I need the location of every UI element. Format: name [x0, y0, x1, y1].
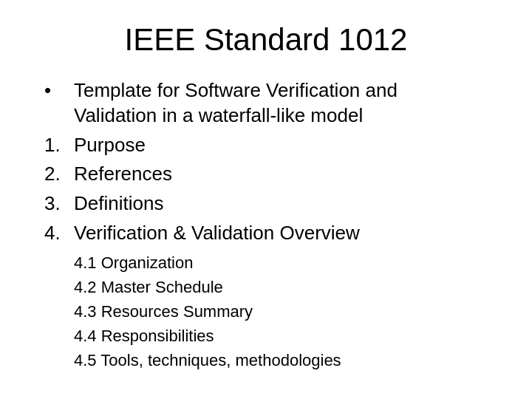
item-number: 1. [44, 133, 74, 158]
sub-item: 4.2 Master Schedule [74, 275, 488, 299]
item-label: Verification & Validation Overview [74, 221, 360, 246]
list-item: 3. Definitions [44, 191, 488, 216]
sub-item: 4.4 Responsibilities [74, 324, 488, 348]
list-item: 4. Verification & Validation Overview [44, 221, 488, 246]
item-number: 2. [44, 162, 74, 187]
bullet-marker: • [44, 78, 74, 103]
bullet-text: Template for Software Verification and V… [74, 78, 398, 129]
bullet-item: • Template for Software Verification and… [44, 78, 488, 129]
list-item: 2. References [44, 162, 488, 187]
list-item: 1. Purpose [44, 133, 488, 158]
sub-item: 4.3 Resources Summary [74, 299, 488, 324]
content-area: • Template for Software Verification and… [44, 78, 488, 372]
page-title: IEEE Standard 1012 [44, 22, 488, 58]
sub-items-list: 4.1 Organization 4.2 Master Schedule 4.3… [74, 250, 488, 372]
item-label: References [74, 162, 172, 187]
item-label: Purpose [74, 133, 146, 158]
item-label: Definitions [74, 191, 163, 216]
sub-item: 4.5 Tools, techniques, methodologies [74, 348, 488, 372]
sub-item: 4.1 Organization [74, 250, 488, 275]
item-number: 4. [44, 221, 74, 246]
item-number: 3. [44, 191, 74, 216]
